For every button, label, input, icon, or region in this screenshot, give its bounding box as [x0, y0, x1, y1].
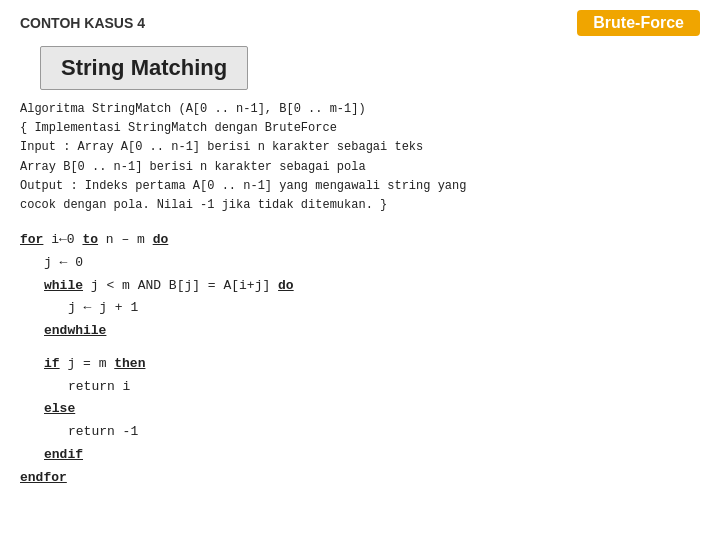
if-condition: j = m [67, 356, 114, 371]
content-area: Algoritma StringMatch (A[0 .. n-1], B[0 … [0, 100, 720, 499]
for-rest: i←0 [51, 232, 82, 247]
j-inc-line: j ← j + 1 [20, 297, 700, 320]
to-keyword: to [82, 232, 98, 247]
endwhile-keyword: endwhile [44, 323, 106, 338]
while-condition: j < m AND B[j] = A[i+j] [91, 278, 278, 293]
for-line: for i←0 to n – m do [20, 229, 700, 252]
algo-line3: Input : Array A[0 .. n-1] berisi n karak… [20, 138, 700, 157]
endif-keyword: endif [44, 447, 83, 462]
while-line: while j < m AND B[j] = A[i+j] do [20, 275, 700, 298]
endfor-line: endfor [20, 467, 700, 490]
algorithm-text: Algoritma StringMatch (A[0 .. n-1], B[0 … [20, 100, 700, 215]
algo-line6: cocok dengan pola. Nilai -1 jika tidak d… [20, 196, 700, 215]
page-container: CONTOH KASUS 4 Brute-Force String Matchi… [0, 0, 720, 540]
j-assign-line: j ← 0 [20, 252, 700, 275]
endwhile-line: endwhile [20, 320, 700, 343]
algo-line4: Array B[0 .. n-1] berisi n karakter seba… [20, 158, 700, 177]
algo-line2: { Implementasi StringMatch dengan BruteF… [20, 119, 700, 138]
for-keyword: for [20, 232, 43, 247]
endif-line: endif [20, 444, 700, 467]
while-keyword: while [44, 278, 83, 293]
section-title: String Matching [40, 46, 248, 90]
code-block: for i←0 to n – m do j ← 0 while j < m AN… [20, 229, 700, 489]
header: CONTOH KASUS 4 Brute-Force [0, 0, 720, 46]
if-keyword: if [44, 356, 60, 371]
else-line: else [20, 398, 700, 421]
while-do-keyword: do [278, 278, 294, 293]
endfor-keyword: endfor [20, 470, 67, 485]
for-rest2: n – m [106, 232, 153, 247]
return-neg1-line: return -1 [20, 421, 700, 444]
return-i-line: return i [20, 376, 700, 399]
else-keyword: else [44, 401, 75, 416]
algo-line5: Output : Indeks pertama A[0 .. n-1] yang… [20, 177, 700, 196]
do-keyword: do [153, 232, 169, 247]
brute-force-badge: Brute-Force [577, 10, 700, 36]
header-title: CONTOH KASUS 4 [20, 15, 145, 31]
if-line: if j = m then [20, 353, 700, 376]
algo-line1: Algoritma StringMatch (A[0 .. n-1], B[0 … [20, 100, 700, 119]
then-keyword: then [114, 356, 145, 371]
